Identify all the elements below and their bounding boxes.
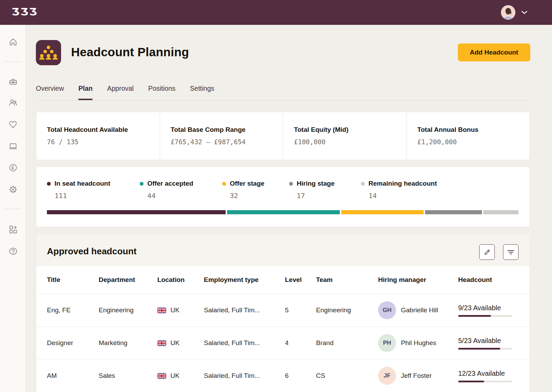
headcount-progressbar <box>458 348 512 350</box>
headcount-progress-fill <box>458 348 500 350</box>
col-location[interactable]: Location <box>157 276 204 284</box>
section-title: Approved headcount <box>47 246 137 257</box>
headcount-progressbar <box>458 315 512 317</box>
col-headcount[interactable]: Headcount <box>458 276 530 284</box>
cell-team: CS <box>316 372 378 380</box>
legend-remaining: Remaining headcount 14 <box>361 180 437 200</box>
col-title[interactable]: Title <box>47 276 99 284</box>
legend-label: Offer accepted <box>147 180 193 187</box>
cell-location: UK <box>170 306 179 314</box>
col-department[interactable]: Department <box>99 276 157 284</box>
cell-team: Brand <box>316 339 378 347</box>
cell-department: Marketing <box>99 339 157 347</box>
tab-plan[interactable]: Plan <box>78 85 92 100</box>
cell-title: Eng, FE <box>47 306 99 314</box>
manager-avatar: PH <box>378 334 396 352</box>
table-row[interactable]: Designer Marketing UK Salaried, Full Tim… <box>36 326 530 359</box>
tab-positions[interactable]: Positions <box>148 85 175 100</box>
table-header-row: Title Department Location Employment typ… <box>36 266 530 294</box>
manager-avatar: GH <box>378 301 396 319</box>
col-employment-type[interactable]: Employment type <box>204 276 285 284</box>
legend-offer-stage: Offer stage 32 <box>222 180 264 200</box>
briefcase-icon[interactable] <box>9 78 18 87</box>
cell-title: Designer <box>47 339 99 347</box>
stat-equity: Total Equity (Mid) £100,000 <box>283 112 406 160</box>
col-team[interactable]: Team <box>316 276 378 284</box>
cell-level: 4 <box>285 339 316 347</box>
headcount-availability: 12/23 Available <box>458 370 530 378</box>
bar-segment-remaining <box>483 210 518 214</box>
legend-value: 32 <box>230 192 264 200</box>
tab-settings[interactable]: Settings <box>190 85 214 100</box>
legend-label: Offer stage <box>230 180 264 187</box>
page-title: Headcount Planning <box>71 45 189 59</box>
tab-approval[interactable]: Approval <box>107 85 134 100</box>
table-row[interactable]: AM Sales UK Salaried, Full Tim... 6 CS <box>36 359 530 392</box>
laptop-icon[interactable] <box>9 141 18 150</box>
uk-flag-icon <box>157 307 166 313</box>
uk-flag-icon <box>157 340 166 346</box>
col-level[interactable]: Level <box>285 276 316 284</box>
stat-total-headcount: Total Headcount Available 76 / 135 <box>36 112 160 160</box>
legend-dot <box>222 182 226 186</box>
bar-segment-offer-accepted <box>227 210 340 214</box>
stat-value: £765,432 – £987,654 <box>171 138 283 146</box>
col-hiring-manager[interactable]: Hiring manager <box>378 276 458 284</box>
approved-headcount-card: Approved headcount Title Department Loca… <box>36 233 530 392</box>
headcount-progress-fill <box>458 315 491 317</box>
cell-manager: Jeff Foster <box>401 372 432 380</box>
app-window: Headcount Planning Add Headcount Overvie… <box>0 0 552 392</box>
uk-flag-icon <box>157 373 166 379</box>
stat-value: £100,000 <box>294 138 406 146</box>
pipeline-stacked-bar <box>47 210 520 214</box>
add-headcount-button[interactable]: Add Headcount <box>458 43 530 61</box>
cell-manager: Gabrielle Hill <box>401 306 438 314</box>
stat-label: Total Headcount Available <box>47 126 160 134</box>
cell-employment-type: Salaried, Full Tim... <box>204 372 285 380</box>
sidebar-divider <box>4 209 21 209</box>
table-header-band: Approved headcount <box>36 234 530 266</box>
cell-level: 6 <box>285 372 316 380</box>
legend-label: In seat headcount <box>55 180 110 187</box>
filter-button[interactable] <box>503 244 519 260</box>
cell-level: 5 <box>285 306 316 314</box>
headcount-progress-fill <box>458 381 484 382</box>
cell-location: UK <box>170 339 179 347</box>
table-row[interactable]: Eng, FE Engineering UK Salaried, Full Ti… <box>36 294 530 326</box>
tab-divider <box>36 100 530 101</box>
sidebar <box>0 25 26 392</box>
user-avatar[interactable] <box>501 5 515 20</box>
heart-icon[interactable] <box>9 120 18 129</box>
cell-employment-type: Salaried, Full Tim... <box>204 339 285 347</box>
tab-overview[interactable]: Overview <box>36 85 64 100</box>
help-icon[interactable] <box>9 247 18 256</box>
stat-value: 76 / 135 <box>47 138 160 146</box>
legend-label: Hiring stage <box>297 180 335 187</box>
edit-button[interactable] <box>479 244 495 260</box>
people-icon[interactable] <box>9 98 18 107</box>
sidebar-divider <box>4 61 21 62</box>
headcount-availability: 9/23 Available <box>458 304 530 312</box>
apps-icon[interactable] <box>9 225 18 234</box>
stat-label: Total Annual Bonus <box>417 126 530 134</box>
rippling-logo[interactable] <box>12 6 38 18</box>
legend-value: 14 <box>368 192 437 200</box>
headcount-app-icon <box>36 40 61 65</box>
topbar <box>0 0 552 25</box>
gear-icon[interactable] <box>9 185 18 194</box>
cell-department: Sales <box>99 372 157 380</box>
stat-label: Total Equity (Mid) <box>294 126 406 134</box>
legend-in-seat: In seat headcount 111 <box>47 180 110 200</box>
chevron-down-icon[interactable] <box>521 11 528 14</box>
headcount-progressbar <box>458 381 512 382</box>
legend-label: Remaining headcount <box>368 180 437 187</box>
person-silhouette-icon <box>503 7 513 19</box>
pipeline-card: In seat headcount 111 Offer accepted 44 … <box>36 166 530 227</box>
cell-department: Engineering <box>99 306 157 314</box>
manager-avatar: JF <box>378 367 396 385</box>
filter-lines-icon <box>507 248 515 256</box>
cell-location: UK <box>170 372 179 380</box>
home-icon[interactable] <box>9 38 18 47</box>
pound-coin-icon[interactable] <box>9 163 18 172</box>
tab-bar: Overview Plan Approval Positions Setting… <box>36 85 214 100</box>
